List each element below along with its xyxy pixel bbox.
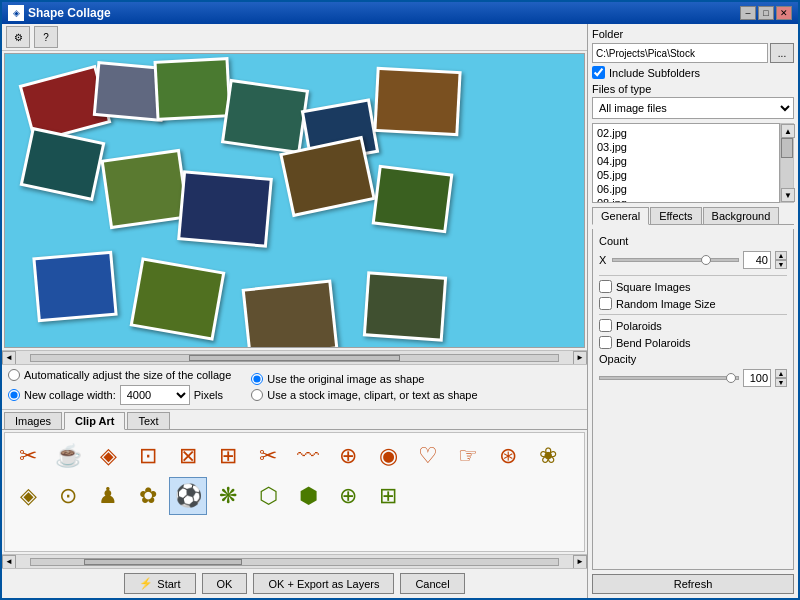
polaroids-label: Polaroids bbox=[616, 320, 662, 332]
window-title: Shape Collage bbox=[28, 6, 111, 20]
clipart-item[interactable]: ⊞ bbox=[209, 437, 247, 475]
right-tab-effects[interactable]: Effects bbox=[650, 207, 701, 224]
clipart-item[interactable]: ✂ bbox=[9, 437, 47, 475]
tab-clipart[interactable]: Clip Art bbox=[64, 412, 125, 430]
clipart-item[interactable]: ◉ bbox=[369, 437, 407, 475]
start-label: Start bbox=[157, 578, 180, 590]
count-value[interactable]: 40 bbox=[743, 251, 771, 269]
opacity-slider-thumb[interactable] bbox=[726, 373, 736, 383]
photo-9-inner bbox=[180, 173, 269, 244]
clipart-item[interactable]: ⬢ bbox=[289, 477, 327, 515]
use-original-radio[interactable] bbox=[251, 373, 263, 385]
tab-images[interactable]: Images bbox=[4, 412, 62, 429]
cancel-button[interactable]: Cancel bbox=[400, 573, 464, 594]
tab-text[interactable]: Text bbox=[127, 412, 169, 429]
clipart-item[interactable]: ⊛ bbox=[489, 437, 527, 475]
scroll-thumb[interactable] bbox=[189, 355, 400, 361]
random-image-size-checkbox[interactable] bbox=[599, 297, 612, 310]
options-row: Automatically adjust the size of the col… bbox=[2, 364, 587, 410]
photo-12 bbox=[32, 251, 117, 323]
opacity-down-button[interactable]: ▼ bbox=[775, 378, 787, 387]
browse-button[interactable]: ... bbox=[770, 43, 794, 63]
clipart-scroll-right[interactable]: ► bbox=[573, 555, 587, 569]
include-subfolders-label: Include Subfolders bbox=[609, 67, 700, 79]
clipart-item[interactable]: ❋ bbox=[209, 477, 247, 515]
clipart-item[interactable]: ♟ bbox=[89, 477, 127, 515]
pixels-label: Pixels bbox=[194, 389, 223, 401]
filelist-item[interactable]: 02.jpg bbox=[595, 126, 777, 140]
clipart-item[interactable]: ⚽ bbox=[169, 477, 207, 515]
clipart-scroll-thumb[interactable] bbox=[84, 559, 242, 565]
app-icon: ◈ bbox=[8, 5, 24, 21]
count-slider-thumb[interactable] bbox=[701, 255, 711, 265]
clipart-item[interactable]: ⊞ bbox=[369, 477, 407, 515]
filelist-scroll-down[interactable]: ▼ bbox=[781, 188, 795, 202]
use-stock-option: Use a stock image, clipart, or text as s… bbox=[251, 389, 477, 401]
right-tab-general[interactable]: General bbox=[592, 207, 649, 225]
clipart-item[interactable]: ♡ bbox=[409, 437, 447, 475]
folder-input[interactable] bbox=[592, 43, 768, 63]
count-down-button[interactable]: ▼ bbox=[775, 260, 787, 269]
clipart-item[interactable]: 〰 bbox=[289, 437, 327, 475]
bend-polaroids-checkbox[interactable] bbox=[599, 336, 612, 349]
clipart-scroll-left[interactable]: ◄ bbox=[2, 555, 16, 569]
clipart-item[interactable]: ☞ bbox=[449, 437, 487, 475]
ok-button[interactable]: OK bbox=[202, 573, 248, 594]
bottom-tabs-section: Images Clip Art Text ✂☕◈⊡⊠⊞✂〰⊕◉♡☞⊛❀◈⊙♟✿⚽… bbox=[2, 410, 587, 568]
clipart-item[interactable]: ✂ bbox=[249, 437, 287, 475]
filetype-select[interactable]: All image files JPEG files PNG files BMP… bbox=[592, 97, 794, 119]
settings-button[interactable]: ⚙ bbox=[6, 26, 30, 48]
photo-6-inner bbox=[377, 70, 459, 133]
filelist-scroll-thumb[interactable] bbox=[781, 138, 793, 158]
photo-4 bbox=[221, 79, 309, 155]
filelist-scrollbar: ▲ ▼ bbox=[780, 123, 794, 203]
scroll-left-button[interactable]: ◄ bbox=[2, 351, 16, 365]
clipart-item[interactable]: ◈ bbox=[9, 477, 47, 515]
opacity-value[interactable]: 100 bbox=[743, 369, 771, 387]
filelist-item[interactable]: 05.jpg bbox=[595, 168, 777, 182]
close-button[interactable]: ✕ bbox=[776, 6, 792, 20]
auto-adjust-radio[interactable] bbox=[8, 369, 20, 381]
clipart-item[interactable]: ⊠ bbox=[169, 437, 207, 475]
bend-polaroids-label: Bend Polaroids bbox=[616, 337, 691, 349]
width-group: 4000 800 1200 2000 6000 Pixels bbox=[120, 385, 223, 405]
clipart-item[interactable]: ☕ bbox=[49, 437, 87, 475]
photo-3-inner bbox=[157, 60, 229, 118]
opacity-up-button[interactable]: ▲ bbox=[775, 369, 787, 378]
clipart-item[interactable]: ⊙ bbox=[49, 477, 87, 515]
use-original-option: Use the original image as shape bbox=[251, 373, 477, 385]
opacity-label: Opacity bbox=[599, 353, 636, 365]
refresh-button[interactable]: Refresh bbox=[592, 574, 794, 594]
start-button[interactable]: ⚡ Start bbox=[124, 573, 195, 594]
auto-adjust-option: Automatically adjust the size of the col… bbox=[8, 369, 231, 381]
filelist-item[interactable]: 06.jpg bbox=[595, 182, 777, 196]
clipart-item[interactable]: ⊡ bbox=[129, 437, 167, 475]
clipart-item[interactable]: ◈ bbox=[89, 437, 127, 475]
minimize-button[interactable]: – bbox=[740, 6, 756, 20]
scroll-right-button[interactable]: ► bbox=[573, 351, 587, 365]
maximize-button[interactable]: □ bbox=[758, 6, 774, 20]
bottom-buttons: ⚡ Start OK OK + Export as Layers Cancel bbox=[2, 568, 587, 598]
clipart-item[interactable]: ⬡ bbox=[249, 477, 287, 515]
right-tab-background[interactable]: Background bbox=[703, 207, 780, 224]
filelist-item[interactable]: 08.jpg bbox=[595, 196, 777, 203]
clipart-item[interactable]: ⊕ bbox=[329, 477, 367, 515]
help-button[interactable]: ? bbox=[34, 26, 58, 48]
ok-export-button[interactable]: OK + Export as Layers bbox=[253, 573, 394, 594]
use-stock-radio[interactable] bbox=[251, 389, 263, 401]
square-images-checkbox[interactable] bbox=[599, 280, 612, 293]
filelist-scroll-up[interactable]: ▲ bbox=[781, 124, 795, 138]
count-up-button[interactable]: ▲ bbox=[775, 251, 787, 260]
filelist-item[interactable]: 04.jpg bbox=[595, 154, 777, 168]
auto-adjust-label: Automatically adjust the size of the col… bbox=[24, 369, 231, 381]
clipart-item[interactable]: ⊕ bbox=[329, 437, 367, 475]
filetype-section: Files of type All image files JPEG files… bbox=[592, 83, 794, 119]
new-width-radio[interactable] bbox=[8, 389, 20, 401]
clipart-item[interactable]: ✿ bbox=[129, 477, 167, 515]
photo-10-inner bbox=[283, 139, 373, 213]
filelist-item[interactable]: 03.jpg bbox=[595, 140, 777, 154]
width-select[interactable]: 4000 800 1200 2000 6000 bbox=[120, 385, 190, 405]
include-subfolders-checkbox[interactable] bbox=[592, 66, 605, 79]
clipart-item[interactable]: ❀ bbox=[529, 437, 567, 475]
polaroids-checkbox[interactable] bbox=[599, 319, 612, 332]
